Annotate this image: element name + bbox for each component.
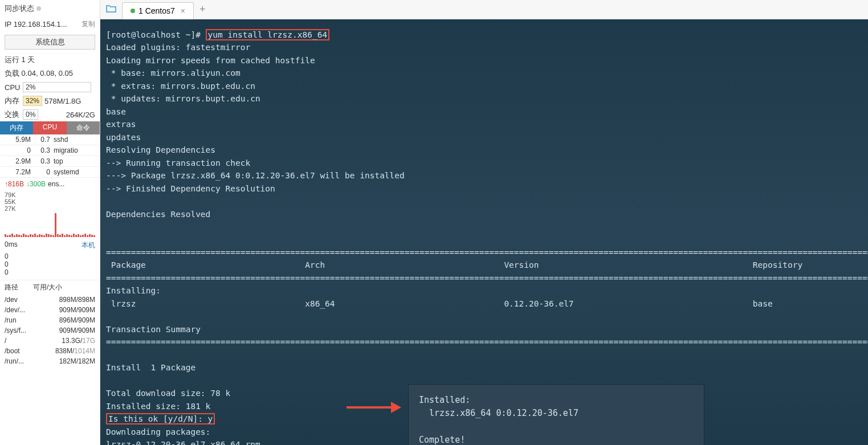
sidebar: 同步状态 IP 192.168.154.1... 复制 系统信息 运行 1 天 … xyxy=(0,0,100,445)
repo-line: extras| 2.9 kB 00:00:00 xyxy=(106,118,868,130)
complete-label: Complete! xyxy=(419,434,694,445)
terminal-line: * updates: mirrors.bupt.edu.cn xyxy=(106,92,868,105)
chart-y-1: 55K xyxy=(5,198,95,205)
separator: ========================================… xyxy=(106,272,868,284)
net-interface: ens... xyxy=(48,180,64,188)
memory-row: 内存 32% 578M/1.8G xyxy=(0,94,100,108)
blank xyxy=(106,349,868,361)
copy-button[interactable]: 复制 xyxy=(81,19,95,29)
ping-row: 0ms 本机 xyxy=(0,238,100,252)
disk-row[interactable]: /dev898M/898M xyxy=(0,295,100,305)
chart-y-2: 27K xyxy=(5,205,95,212)
swap-percent: 0% xyxy=(23,109,38,120)
blank xyxy=(106,310,868,322)
installing-label: Installing: xyxy=(106,284,868,297)
zero-2: 0 xyxy=(0,268,100,276)
tab-centos7[interactable]: 1 Centos7 × xyxy=(122,2,194,19)
terminal-line: Resolving Dependencies xyxy=(106,144,868,156)
process-table-header: 内存 CPU 命令 xyxy=(0,121,100,134)
th-cpu[interactable]: CPU xyxy=(33,121,66,134)
process-row[interactable]: 2.9M0.3top xyxy=(0,156,100,167)
result-popup: Installed: lrzsz.x86_64 0:0.12.20-36.el7… xyxy=(408,384,704,445)
chart-y-0: 79K xyxy=(5,191,95,198)
prompt-line: [root@localhost ~]# yum install lrzsz.x8… xyxy=(106,28,868,41)
disk-row[interactable]: /dev/...909M/909M xyxy=(0,305,100,315)
swap-value: 264K/2G xyxy=(66,111,95,119)
terminal-line: --> Running transaction check xyxy=(106,157,868,169)
th-memory[interactable]: 内存 xyxy=(0,121,33,134)
disk-list: /dev898M/898M/dev/...909M/909M/run896M/9… xyxy=(0,295,100,366)
repo-line: base| 3.6 kB 00:00:00 xyxy=(106,105,868,118)
tab-title: 1 Centos7 xyxy=(138,6,175,15)
process-row[interactable]: 7.2M0systemd xyxy=(0,167,100,178)
zero-0: 0 xyxy=(0,252,100,260)
disk-row[interactable]: /boot838M/1014M xyxy=(0,346,100,356)
process-row[interactable]: 00.3migratio xyxy=(0,145,100,156)
disk-header: 路径 可用/大小 xyxy=(0,280,100,295)
process-table: 5.9M0.7sshd00.3migratio2.9M0.3top7.2M0sy… xyxy=(0,134,100,178)
blank xyxy=(419,420,694,434)
th-command[interactable]: 命令 xyxy=(67,121,100,134)
ping-local[interactable]: 本机 xyxy=(81,240,95,250)
network-row: ↑816B ↓300B ens... xyxy=(0,178,100,190)
repo-line: updates| 2.9 kB 00:00:00 xyxy=(106,131,868,144)
separator: ========================================… xyxy=(106,336,868,348)
swap-row: 交换 0% 264K/2G xyxy=(0,108,100,121)
install-count: Install 1 Package xyxy=(106,361,868,374)
disk-row[interactable]: /run896M/909M xyxy=(0,315,100,325)
installed-pkg: lrzsz.x86_64 0:0.12.20-36.el7 xyxy=(419,407,694,420)
memory-value: 578M/1.8G xyxy=(44,97,81,105)
terminal-line xyxy=(106,195,868,207)
ping-value: 0ms xyxy=(5,240,18,250)
sync-dot-icon xyxy=(36,6,41,11)
terminal-line: ---> Package lrzsz.x86_64 0:0.12.20-36.e… xyxy=(106,169,868,182)
separator: ========================================… xyxy=(106,221,868,259)
summary-label: Transaction Summary xyxy=(106,323,868,336)
memory-label: 内存 xyxy=(5,96,21,106)
tab-status-dot-icon xyxy=(131,9,135,13)
add-tab-button[interactable]: + xyxy=(199,3,206,15)
uptime-row: 运行 1 天 xyxy=(0,53,100,67)
load-row: 负载 0.04, 0.08, 0.05 xyxy=(0,67,100,80)
swap-label: 交换 xyxy=(5,109,21,120)
table-header: Package Arch Version Repository Size xyxy=(106,259,868,271)
command-highlight: yum install lrzsz.x86_64 xyxy=(206,29,330,40)
arrow-annotation xyxy=(347,401,404,413)
disk-row[interactable]: /run/...182M/182M xyxy=(0,356,100,366)
disk-hdr-path: 路径 xyxy=(5,283,33,292)
net-download: ↓300B xyxy=(26,180,46,188)
terminal-line: * base: mirrors.aliyun.com xyxy=(106,67,868,79)
disk-row[interactable]: /13.3G/17G xyxy=(0,336,100,346)
terminal-line: Loading mirror speeds from cached hostfi… xyxy=(106,54,868,67)
process-row[interactable]: 5.9M0.7sshd xyxy=(0,134,100,145)
installed-label: Installed: xyxy=(419,394,694,407)
main-area: 1 Centos7 × + [root@localhost ~]# yum in… xyxy=(100,0,868,445)
terminal-line: --> Finished Dependency Resolution xyxy=(106,182,868,195)
terminal-line: * extras: mirrors.bupt.edu.cn xyxy=(106,80,868,92)
cpu-label: CPU xyxy=(5,83,21,92)
terminal-line: Loaded plugins: fastestmirror xyxy=(106,41,868,54)
ip-row: IP 192.168.154.1... 复制 xyxy=(0,17,100,31)
memory-percent: 32% xyxy=(23,96,42,106)
folder-icon[interactable] xyxy=(100,5,122,15)
terminal-line: Dependencies Resolved xyxy=(106,208,868,221)
net-upload: ↑816B xyxy=(5,180,24,188)
tab-bar: 1 Centos7 × + xyxy=(100,0,868,19)
disk-hdr-size: 可用/大小 xyxy=(33,283,62,292)
sync-status-row: 同步状态 xyxy=(0,0,100,17)
package-row: lrzsz x86_64 0.12.20-36.el7 base 78 k xyxy=(106,297,868,310)
system-info-button[interactable]: 系统信息 xyxy=(5,35,95,50)
close-icon[interactable]: × xyxy=(181,6,185,15)
cpu-row: CPU 2% xyxy=(0,80,100,94)
terminal[interactable]: [root@localhost ~]# yum install lrzsz.x8… xyxy=(100,19,868,445)
zero-1: 0 xyxy=(0,260,100,268)
network-chart: 79K 55K 27K xyxy=(0,190,100,238)
cpu-value: 2% xyxy=(23,82,91,92)
sync-label: 同步状态 xyxy=(5,3,34,14)
disk-row[interactable]: /sys/f...909M/909M xyxy=(0,325,100,336)
ip-value: IP 192.168.154.1... xyxy=(5,20,67,28)
